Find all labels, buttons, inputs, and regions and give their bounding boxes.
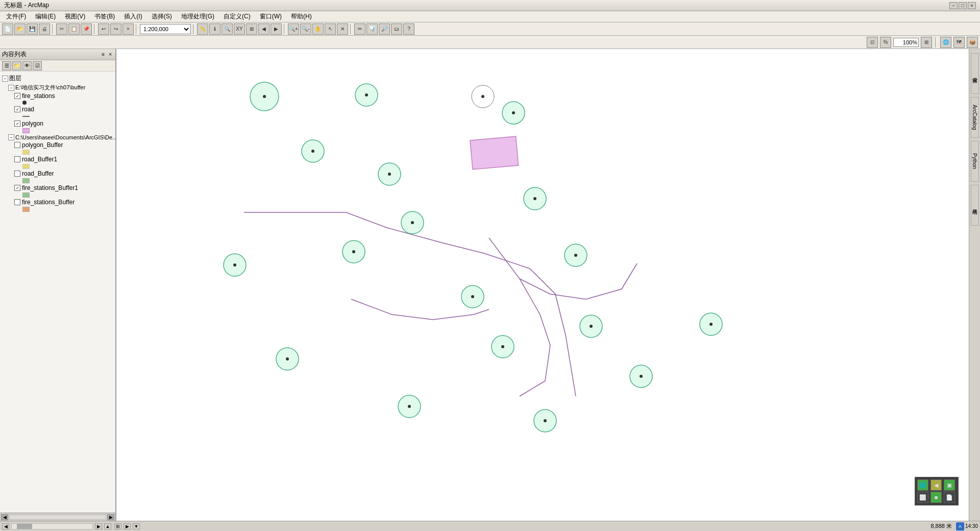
mini-btn-prev[interactable]: ◀ xyxy=(930,479,942,491)
scroll-mode-btn[interactable]: ⊞ xyxy=(114,523,121,529)
identify-button[interactable]: ℹ xyxy=(209,23,220,35)
print-button[interactable]: 🖨 xyxy=(39,23,50,35)
attr-table-button[interactable]: 📊 xyxy=(366,23,378,35)
menu-insert[interactable]: 插入(I) xyxy=(120,11,146,22)
editor-button[interactable]: ✏ xyxy=(354,23,365,35)
menu-window[interactable]: 窗口(W) xyxy=(256,11,286,22)
zoom-input[interactable] xyxy=(893,38,919,47)
save-button[interactable]: 💾 xyxy=(27,23,38,35)
layer-polygon-buffer-checkbox[interactable] xyxy=(14,142,20,148)
toc-scrollbar[interactable]: ◀ ▶ xyxy=(0,513,115,521)
group1-item[interactable]: − E:\地信实习文件\ch07\buffer xyxy=(0,83,115,92)
layer-fire-stations-item[interactable]: fire_stations xyxy=(0,92,115,100)
mini-btn-green2[interactable]: ■ xyxy=(930,492,942,503)
toc-scroll-left[interactable]: ◀ xyxy=(1,514,8,520)
layer-road-buffer1-item[interactable]: road_Buffer1 xyxy=(0,155,115,163)
basemap-btn[interactable]: 🗺 xyxy=(953,37,965,48)
right-panel-btn3[interactable]: Python xyxy=(971,141,979,182)
undo-button[interactable]: ↩ xyxy=(98,23,109,35)
group2-item[interactable]: − C:\Users\hasee\Documents\ArcGIS\De... xyxy=(0,134,115,141)
layer-polygon-buffer-item[interactable]: polygon_Buffer xyxy=(0,141,115,149)
prev-extent-button[interactable]: ◀ xyxy=(258,23,270,35)
layer-road-item[interactable]: road xyxy=(0,105,115,113)
layout-zoom-btn[interactable]: ⊞ xyxy=(921,37,932,48)
menu-file[interactable]: 文件(F) xyxy=(2,11,30,22)
arccat-button[interactable]: 🗂 xyxy=(391,23,402,35)
redo-button[interactable]: ↪ xyxy=(110,23,121,35)
menu-geoprocessing[interactable]: 地理处理(G) xyxy=(177,11,218,22)
toc-visibility-view-btn[interactable]: 👁 xyxy=(22,61,32,70)
scroll-right-btn[interactable]: ▶ xyxy=(95,523,102,529)
goto-xy-button[interactable]: XY xyxy=(234,23,245,35)
search-button[interactable]: 🔎 xyxy=(379,23,390,35)
scroll-up-btn[interactable]: ▲ xyxy=(104,523,111,529)
layer-road-buffer1-checkbox[interactable] xyxy=(14,156,20,162)
toc-source-view-btn[interactable]: 📁 xyxy=(12,61,21,70)
copy-button[interactable]: 📋 xyxy=(68,23,80,35)
right-panel-btn4[interactable]: 结果 xyxy=(971,185,979,226)
right-panel-btn2[interactable]: ArcCatalog xyxy=(971,97,979,138)
group1-expand-btn[interactable]: − xyxy=(8,85,14,91)
full-extent-button[interactable]: ⊞ xyxy=(246,23,257,35)
restore-button[interactable]: □ xyxy=(959,2,967,9)
layer-road-buffer-checkbox[interactable] xyxy=(14,171,20,177)
paste-button[interactable]: 📌 xyxy=(81,23,92,35)
scroll-left-btn[interactable]: ◀ xyxy=(2,523,9,529)
measure-button[interactable]: 📏 xyxy=(197,23,208,35)
cut-button[interactable]: ✂ xyxy=(56,23,67,35)
layer-road-buffer-item[interactable]: road_Buffer xyxy=(0,170,115,178)
layers-root-item[interactable]: − 图层 xyxy=(0,74,115,83)
layer-polygon-item[interactable]: polygon xyxy=(0,119,115,128)
scroll-layout-btn[interactable]: ▶ xyxy=(124,523,131,529)
toc-close-button[interactable]: × xyxy=(107,51,113,58)
toc-options-button[interactable]: ≡ xyxy=(100,51,106,58)
mini-btn-arcmap[interactable]: ▣ xyxy=(944,479,955,491)
layer-road-label: road xyxy=(22,106,34,113)
menu-view[interactable]: 视图(V) xyxy=(61,11,89,22)
scale-selector[interactable]: 1:200,000 xyxy=(140,24,191,34)
arcmap-help-button[interactable]: ? xyxy=(403,23,414,35)
find-button[interactable]: 🔍 xyxy=(222,23,233,35)
menu-customize[interactable]: 自定义(C) xyxy=(219,11,255,22)
clear-select-button[interactable]: ✕ xyxy=(337,23,348,35)
zoom-pct-btn[interactable]: % xyxy=(880,37,891,48)
mini-btn-globe[interactable]: 🌐 xyxy=(917,479,928,491)
scroll-down-btn[interactable]: ▼ xyxy=(133,523,140,529)
zoom-fit-btn[interactable]: ⊡ xyxy=(867,37,878,48)
toc-selection-view-btn[interactable]: ☑ xyxy=(33,61,42,70)
layer-fire-stations-checkbox[interactable] xyxy=(14,93,20,99)
horizontal-scrollbar[interactable] xyxy=(11,523,93,529)
polygon-shape xyxy=(470,136,519,170)
layer-fs-buffer-item[interactable]: fire_stations_Buffer xyxy=(0,198,115,206)
mini-btn-blank1[interactable]: ⬜ xyxy=(917,492,928,503)
arcgis-online-btn[interactable]: 🌐 xyxy=(940,37,951,48)
menu-help[interactable]: 帮助(H) xyxy=(287,11,316,22)
fs-dot-8 xyxy=(533,197,536,200)
layer-polygon-checkbox[interactable] xyxy=(14,120,20,127)
zoom-in-button[interactable]: 🔍+ xyxy=(288,23,299,35)
open-button[interactable]: 📂 xyxy=(14,23,26,35)
add-data-button[interactable]: + xyxy=(122,23,134,35)
layer-fs-buffer1-item[interactable]: fire_stations_Buffer1 xyxy=(0,184,115,192)
select-button[interactable]: ↖ xyxy=(325,23,336,35)
zoom-out-button[interactable]: 🔍- xyxy=(300,23,311,35)
mini-btn-doc[interactable]: 📄 xyxy=(944,492,955,503)
group2-expand-btn[interactable]: − xyxy=(8,134,14,140)
layer-road-checkbox[interactable] xyxy=(14,106,20,112)
menu-select[interactable]: 选择(S) xyxy=(148,11,176,22)
map-canvas-area[interactable]: 🌐 ◀ ▣ ⬜ ■ 📄 xyxy=(116,49,969,521)
minimize-button[interactable]: − xyxy=(949,2,958,9)
layers-expand-btn[interactable]: − xyxy=(2,76,8,82)
new-button[interactable]: 📄 xyxy=(2,23,13,35)
arcgis-content-btn[interactable]: 📦 xyxy=(967,37,978,48)
menu-edit[interactable]: 编辑(E) xyxy=(31,11,60,22)
right-panel-btn1[interactable]: 搜索 xyxy=(971,53,979,94)
toc-list-view-btn[interactable]: ☰ xyxy=(2,61,11,70)
close-button[interactable]: × xyxy=(968,2,976,9)
next-extent-button[interactable]: ▶ xyxy=(271,23,282,35)
menu-bookmarks[interactable]: 书签(B) xyxy=(90,11,119,22)
pan-button[interactable]: ✋ xyxy=(312,23,324,35)
layer-fs-buffer1-checkbox[interactable] xyxy=(14,185,20,191)
layer-fs-buffer-checkbox[interactable] xyxy=(14,199,20,205)
toc-scroll-right[interactable]: ▶ xyxy=(107,514,114,520)
